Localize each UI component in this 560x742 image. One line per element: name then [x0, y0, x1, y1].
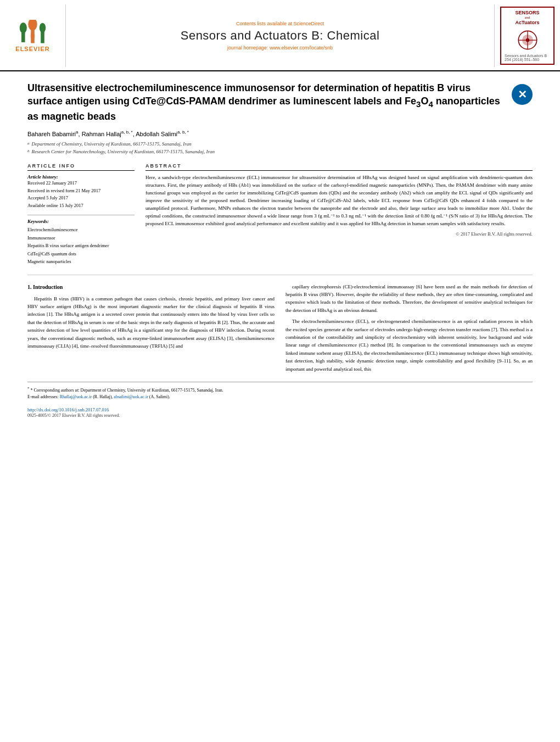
author1: Bahareh Babamiri	[27, 131, 76, 137]
sensors-label-2: AcTuators	[516, 20, 540, 25]
author3: Abdollah Salimi	[136, 131, 177, 137]
keywords-label: Keywords:	[27, 219, 135, 224]
sensors-and: and	[524, 15, 530, 20]
svg-point-12	[525, 38, 529, 42]
doi-link[interactable]: http://dx.doi.org/10.1016/j.snb.2017.07.…	[27, 407, 109, 412]
section1-heading: 1. Introduction	[27, 283, 275, 292]
journal-homepage: journal homepage: www.elsevier.com/locat…	[227, 45, 333, 51]
journal-header: ELSEVIER Contents lists available at Sci…	[0, 0, 560, 71]
keyword2: Immunosensor	[27, 234, 135, 242]
elsevier-logo: ELSEVIER	[15, 20, 49, 52]
keyword3: Hepatitis B virus surface antigen dendri…	[27, 242, 135, 249]
abstract-text: Here, a sandwich-type electrochemilumine…	[145, 174, 533, 228]
author2: Rahman Hallaj	[82, 131, 121, 137]
article-history: Article history: Received 22 January 201…	[27, 174, 135, 209]
journal-title: Sensors and Actuators B: Chemical	[181, 29, 380, 43]
sensors-label-1: SENSORS	[515, 10, 539, 15]
footnote-email: E-mail addresses: Rhallaj@uok.ac.ir (R. …	[27, 394, 533, 400]
history-label: Article history:	[27, 174, 135, 180]
keyword4: CdTe@CdS quantum dots	[27, 250, 135, 258]
section-divider	[27, 275, 533, 275]
keyword5: Magnetic nanoparticles	[27, 258, 135, 265]
authors: Bahareh Babamiria, Rahman Hallaja, b, *,…	[27, 130, 533, 137]
article-content: Ultrasensitive electrochemiluminescence …	[0, 71, 560, 382]
body-left-col: 1. Introduction Hepatitis B virus (HBV) …	[27, 283, 275, 376]
sensors-actuators-icon	[514, 26, 541, 54]
article-title: Ultrasensitive electrochemiluminescence …	[27, 81, 503, 123]
footnote-star: * * Corresponding authors at: Department…	[27, 386, 533, 394]
received-revised-date: Received in revised form 21 May 2017	[27, 187, 135, 195]
accepted-date: Accepted 5 July 2017	[27, 194, 135, 202]
elsevier-tree-icon	[18, 20, 48, 44]
keyword1: Electrochemiluminescence	[27, 226, 135, 233]
article-info-abstract-cols: ARTICLE INFO Article history: Received 2…	[27, 163, 533, 266]
svg-point-1	[20, 22, 27, 33]
affiliation-b: b Research Center for Nanotechnology, Un…	[27, 148, 533, 156]
body-para1-right: capillary electrophoresis (CE)-electroch…	[285, 283, 533, 315]
sensors-logo-area: SENSORS and AcTuators Sensors and Actuat…	[494, 4, 560, 67]
svg-rect-5	[41, 30, 44, 43]
abstract-label: ABSTRACT	[145, 163, 533, 171]
svg-point-6	[30, 32, 35, 39]
email1-link[interactable]: Rhallaj@uok.ac.ir	[60, 394, 92, 399]
svg-point-2	[28, 20, 37, 31]
affiliations: a Department of Chemistry, University of…	[27, 141, 533, 155]
article-title-section: Ultrasensitive electrochemiluminescence …	[27, 81, 533, 123]
sciencedirect-text: Contents lists available at ScienceDirec…	[236, 21, 324, 26]
sensors-logo-box: SENSORS and AcTuators Sensors and Actuat…	[500, 7, 555, 65]
body-para2-right: The electrochemiluminescence (ECL), or e…	[285, 317, 533, 373]
crossmark-logo[interactable]: ✕	[512, 84, 533, 105]
abstract-col: ABSTRACT Here, a sandwich-type electroch…	[145, 163, 533, 266]
affiliation-a: a Department of Chemistry, University of…	[27, 141, 533, 148]
body-right-col: capillary electrophoresis (CE)-electroch…	[285, 283, 533, 376]
received-date: Received 22 January 2017	[27, 180, 135, 187]
footnote-area: * * Corresponding authors at: Department…	[27, 382, 533, 404]
elsevier-logo-area: ELSEVIER	[0, 4, 66, 67]
crossmark-icon: ✕	[512, 84, 533, 105]
sensors-citation: Sensors and Actuators B 254 (2018) 551–5…	[505, 54, 550, 62]
email2-link[interactable]: absalimi@uok.ac.ir	[114, 394, 148, 399]
abstract-copyright: © 2017 Elsevier B.V. All rights reserved…	[145, 231, 533, 237]
body-text-cols: 1. Introduction Hepatitis B virus (HBV) …	[27, 283, 533, 376]
article-info-col: ARTICLE INFO Article history: Received 2…	[27, 163, 135, 266]
article-info-label: ARTICLE INFO	[27, 163, 135, 171]
keywords-section: Keywords: Electrochemiluminescence Immun…	[27, 215, 135, 265]
elsevier-label: ELSEVIER	[15, 46, 49, 52]
issn-text: 0925-4005/© 2017 Elsevier B.V. All right…	[27, 413, 120, 418]
journal-center: Contents lists available at ScienceDirec…	[66, 4, 494, 67]
doi-area: http://dx.doi.org/10.1016/j.snb.2017.07.…	[27, 407, 533, 418]
page-wrapper: ELSEVIER Contents lists available at Sci…	[0, 0, 560, 418]
available-date: Available online 15 July 2017	[27, 202, 135, 210]
body-para1: Hepatitis B virus (HBV) is a common path…	[27, 295, 275, 350]
